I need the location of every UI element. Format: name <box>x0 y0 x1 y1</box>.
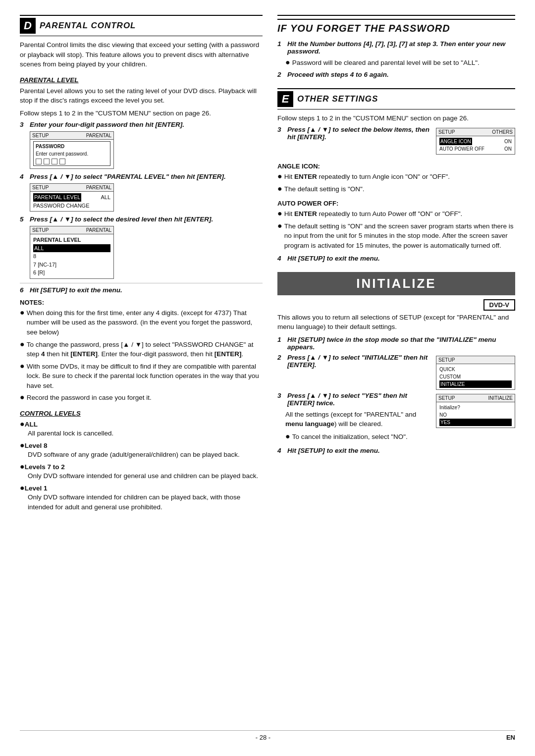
step-4-text: Press [▲ / ▼] to select "PARENTAL LEVEL"… <box>30 173 263 180</box>
auto-b2-text: The default setting is "ON" and the scre… <box>284 221 515 251</box>
screen-init-step2: SETUP QUICK CUSTOM INITIALIZE <box>436 356 515 390</box>
notes-title: NOTES: <box>20 299 263 306</box>
footer-lang: EN <box>506 734 515 741</box>
initialize-banner: INITIALIZE <box>277 272 515 295</box>
section-e-header: E OTHER SETTINGS <box>277 88 515 109</box>
step-6-num: 6 <box>20 286 27 294</box>
init-step-4-num: 4 <box>277 447 284 454</box>
init-step-3: 3 Press [▲ / ▼] to select "YES" then hit… <box>277 392 431 407</box>
init3-row1: Initialize? <box>439 404 512 411</box>
init-step-3-text: Press [▲ / ▼] to select "YES" then hit [… <box>287 392 431 407</box>
section-e-step4: 4 Hit [SETUP] to exit the menu. <box>277 255 515 262</box>
note-4-text: Record the password in case you forget i… <box>27 393 152 403</box>
step-6: 6 Hit [SETUP] to exit the menu. <box>20 283 263 294</box>
pw-sq-4 <box>59 159 65 164</box>
e-step-3-text: Press [▲ / ▼] to select the below items,… <box>287 126 431 141</box>
step-5-num: 5 <box>20 216 27 223</box>
section-d-intro: Parental Control limits the disc viewing… <box>20 40 263 69</box>
screen5-row2: 7 [NC-17] <box>33 261 110 269</box>
screen4-row1-val: ALL <box>101 193 110 202</box>
angle-bullet-2: ● The default setting is "ON". <box>277 184 515 194</box>
screen5-row1: 8 <box>33 252 110 261</box>
right-column: If You Forget The Password 1 Hit the Num… <box>277 15 515 720</box>
level-1-text: Only DVD software intended for children … <box>28 492 263 512</box>
step-3: 3 Enter your four-digit password then hi… <box>20 121 263 128</box>
screen-e3-right: OTHERS <box>492 129 513 135</box>
step-4-num: 4 <box>20 173 27 180</box>
footer-page-num: - 28 - <box>256 734 270 741</box>
dvd-v-badge: DVD-V <box>483 299 515 311</box>
note-1: ● When doing this for the first time, en… <box>20 308 263 337</box>
screen3-header-left: SETUP <box>32 133 49 138</box>
pw-sq-1 <box>36 159 42 164</box>
screen5-row0: ALL <box>33 244 110 253</box>
screen4-row2: PASSWORD CHANGE <box>33 202 110 210</box>
screen4-row1: PARENTAL LEVEL <box>33 193 81 202</box>
init3-row2: NO <box>439 411 512 419</box>
section-d-letter: D <box>20 18 36 34</box>
parental-level-body: Parental Level allows you to set the rat… <box>20 86 263 106</box>
angle-b2-dot: ● <box>277 184 282 194</box>
screen5-title: PARENTAL LEVEL <box>33 236 110 244</box>
initialize-section: INITIALIZE DVD-V This allows you to retu… <box>277 272 515 455</box>
left-column: D PARENTAL CONTROL Parental Control limi… <box>20 15 263 720</box>
screen4-header-left: SETUP <box>32 185 49 190</box>
forget-step-1-text: Hit the Number buttons [4], [7], [3], [7… <box>287 40 515 55</box>
note-2: ● To change the password, press [▲ / ▼] … <box>20 340 263 359</box>
init2-row2: CUSTOM <box>439 373 512 380</box>
section-e-letter: E <box>277 91 293 107</box>
step-3-text: Enter your four-digit password then hit … <box>30 121 263 128</box>
page-footer: - 28 - EN <box>20 730 515 741</box>
if-forget-title: If <box>277 23 290 34</box>
screen3-header-right: PARENTAL <box>86 133 111 138</box>
note-1-text: When doing this for the first time, ente… <box>27 308 263 337</box>
screen-step3: SETUP PARENTAL PASSWORD Enter current pa… <box>30 131 114 169</box>
note-3: ● With some DVDs, it may be difficult to… <box>20 362 263 391</box>
init-step-3-bullet: ● To cancel the initialization, select "… <box>285 432 431 442</box>
step-5-text: Press [▲ / ▼] to select the desired leve… <box>30 216 263 223</box>
level-8: ●Level 8 DVD software of any grade (adul… <box>20 441 263 459</box>
init-step-1-text: Hit [SETUP] twice in the stop mode so th… <box>287 336 515 351</box>
screen-e3-row2-val: ON <box>504 145 512 153</box>
step-4: 4 Press [▲ / ▼] to select "PARENTAL LEVE… <box>20 173 263 180</box>
screen-step4: SETUP PARENTAL PARENTAL LEVEL ALL PASSWO… <box>30 183 114 212</box>
page: D PARENTAL CONTROL Parental Control limi… <box>0 0 535 756</box>
screen3-title: PASSWORD <box>36 143 108 150</box>
screen-e3-row1: ANGLE ICON <box>439 138 472 145</box>
note-4-bullet: ● <box>20 393 25 403</box>
note-1-bullet: ● <box>20 308 25 337</box>
initialize-intro: This allows you to return all selections… <box>277 313 515 332</box>
screen3-subtitle: Enter current password. <box>36 150 108 158</box>
screen-e3-left: SETUP <box>438 129 455 135</box>
section-e-title: OTHER SETTINGS <box>297 94 378 104</box>
pw-sq-3 <box>52 159 57 164</box>
parental-follow-steps: Follow steps 1 to 2 in the "CUSTOM MENU"… <box>20 108 263 118</box>
section-e-step3: 3 Press [▲ / ▼] to select the below item… <box>277 126 431 141</box>
screen-init3-left: SETUP <box>438 395 455 401</box>
forget-step-1: 1 Hit the Number buttons [4], [7], [3], … <box>277 40 515 55</box>
screen-init3-right: INITIALIZE <box>488 395 513 401</box>
init-step-1-num: 1 <box>277 336 284 343</box>
parental-level-header: PARENTAL LEVEL <box>20 76 263 84</box>
angle-b1-text: Hit ENTER repeatedly to turn Angle icon … <box>284 172 450 182</box>
angle-b2-text: The default setting is "ON". <box>284 184 365 194</box>
level-7-to-2-text: Only DVD software intended for general u… <box>28 471 263 481</box>
forget-bullet-dot: ● <box>285 58 290 68</box>
init-b-text: To cancel the initialization, select "NO… <box>292 432 408 442</box>
level-7-to-2: ●Levels 7 to 2 Only DVD software intende… <box>20 462 263 481</box>
control-levels-header: CONTROL LEVELS <box>20 410 263 417</box>
e-step-4-text: Hit [SETUP] to exit the menu. <box>287 255 515 262</box>
auto-bullet-2: ● The default setting is "ON" and the sc… <box>277 221 515 251</box>
screen5-header-right: PARENTAL <box>86 227 111 233</box>
level-1: ●Level 1 Only DVD software intended for … <box>20 484 263 512</box>
angle-b1-dot: ● <box>277 172 282 182</box>
e-step-3-num: 3 <box>277 126 284 133</box>
note-3-text: With some DVDs, it may be difficult to f… <box>27 362 263 391</box>
note-3-bullet: ● <box>20 362 25 391</box>
init-step-2-text: Press [▲ / ▼] to select "INITIALIZE" the… <box>287 354 431 369</box>
forget-step-1-bullet: ● Password will be cleared and parental … <box>285 58 515 68</box>
section-e-follow-steps: Follow steps 1 to 2 in the "CUSTOM MENU"… <box>277 113 515 123</box>
angle-icon-header: ANGLE ICON: <box>277 162 515 170</box>
level-all-text: All parental lock is cancelled. <box>28 429 263 438</box>
init2-row1: QUICK <box>439 366 512 373</box>
